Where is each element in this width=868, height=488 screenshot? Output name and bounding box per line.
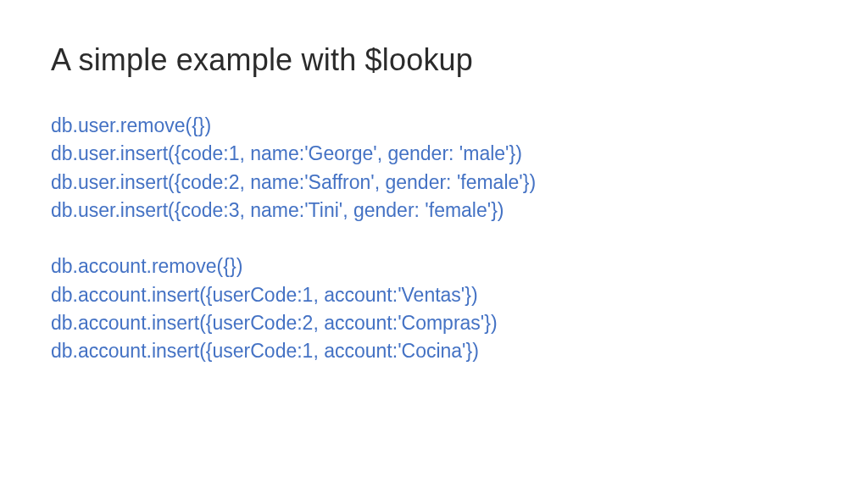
code-line: db.account.remove({}) <box>51 252 817 280</box>
code-line: db.user.remove({}) <box>51 112 817 140</box>
code-content: db.user.remove({}) db.user.insert({code:… <box>51 112 817 366</box>
slide-title: A simple example with $lookup <box>51 42 817 78</box>
code-line: db.account.insert({userCode:1, account:'… <box>51 337 817 365</box>
code-line: db.account.insert({userCode:2, account:'… <box>51 309 817 337</box>
code-line: db.user.insert({code:3, name:'Tini', gen… <box>51 197 817 225</box>
code-line: db.account.insert({userCode:1, account:'… <box>51 281 817 309</box>
code-line: db.user.insert({code:2, name:'Saffron', … <box>51 169 817 197</box>
code-line: db.user.insert({code:1, name:'George', g… <box>51 140 817 168</box>
blank-line <box>51 225 817 252</box>
